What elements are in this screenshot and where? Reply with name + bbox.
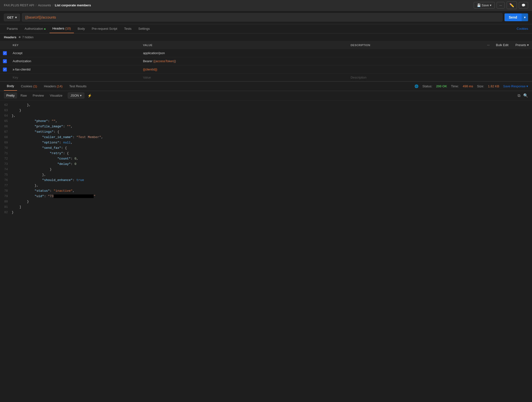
row1-desc[interactable] bbox=[348, 49, 484, 57]
empty-key[interactable]: Key bbox=[10, 73, 140, 81]
send-button-group: Send ▾ bbox=[504, 13, 528, 21]
format-json-select[interactable]: JSON ▾ bbox=[68, 92, 84, 99]
method-label: GET bbox=[7, 16, 14, 19]
response-section: Body Cookies (1) Headers (14) Test Resul… bbox=[0, 81, 532, 402]
format-preview[interactable]: Preview bbox=[30, 92, 46, 99]
row2-key[interactable]: Authorization bbox=[10, 57, 140, 65]
code-line: 72 "count": 0, bbox=[0, 156, 532, 161]
row3-value[interactable]: {{clientId}} bbox=[140, 65, 348, 74]
row3-desc[interactable] bbox=[348, 65, 484, 74]
format-raw[interactable]: Raw bbox=[18, 92, 29, 99]
format-pretty[interactable]: Pretty bbox=[4, 92, 17, 99]
code-line: 66 "profile_image": "", bbox=[0, 124, 532, 129]
search-button[interactable]: 🔍 bbox=[523, 93, 528, 98]
table-row: Accept application/json bbox=[0, 49, 532, 57]
resp-tab-test-results[interactable]: Test Results bbox=[66, 82, 89, 90]
row2-check[interactable] bbox=[0, 57, 10, 65]
tab-prerequest[interactable]: Pre-request Script bbox=[89, 24, 120, 33]
th-key: KEY bbox=[10, 41, 140, 49]
save-button[interactable]: 💾 Save ▾ bbox=[474, 2, 495, 9]
tab-headers[interactable]: Headers (10) bbox=[49, 24, 74, 33]
code-line: 70 "send_fax": { bbox=[0, 145, 532, 151]
url-input[interactable] bbox=[22, 13, 502, 21]
th-presets[interactable]: Presets ▾ bbox=[512, 41, 532, 49]
more-button[interactable]: ··· bbox=[497, 2, 505, 9]
send-button[interactable]: Send bbox=[504, 13, 522, 21]
top-bar: FAX.PLUS REST API / Accounts / List corp… bbox=[0, 0, 532, 11]
code-line: 64 }, bbox=[0, 113, 532, 119]
code-line: 74 } bbox=[0, 167, 532, 172]
headers-section: Headers 👁 7 hidden KEY VALUE DESCRIPTION… bbox=[0, 33, 532, 81]
code-line: 71 "retry": { bbox=[0, 151, 532, 156]
checkbox-accept[interactable] bbox=[3, 51, 7, 55]
row2-value[interactable]: Bearer {{accessToken}} bbox=[140, 57, 348, 65]
th-description: DESCRIPTION bbox=[348, 41, 484, 49]
breadcrumb-api: FAX.PLUS REST API bbox=[4, 3, 34, 7]
code-area[interactable]: 62 }, 63 } 64 }, 65 "phone": "", 66 bbox=[0, 100, 532, 402]
code-line: 67 "settings": { bbox=[0, 129, 532, 135]
send-dropdown-button[interactable]: ▾ bbox=[522, 13, 528, 21]
breadcrumb-current: List corporate members bbox=[55, 3, 91, 7]
eye-icon: 👁 bbox=[18, 36, 21, 39]
format-visualize[interactable]: Visualize bbox=[47, 92, 65, 99]
format-json-label: JSON bbox=[70, 94, 79, 97]
request-tabs: Params Authorization Headers (10) Body P… bbox=[0, 24, 532, 33]
top-bar-actions: 💾 Save ▾ ··· ✏️ 💬 bbox=[474, 1, 528, 9]
checkbox-auth[interactable] bbox=[3, 59, 7, 63]
breadcrumb: FAX.PLUS REST API / Accounts / List corp… bbox=[4, 3, 91, 7]
row1-check[interactable] bbox=[0, 49, 10, 57]
table-row: Authorization Bearer {{accessToken}} bbox=[0, 57, 532, 65]
save-dropdown-icon: ▾ bbox=[490, 3, 492, 7]
tab-params[interactable]: Params bbox=[4, 24, 21, 33]
tab-settings[interactable]: Settings bbox=[135, 24, 153, 33]
edit-button[interactable]: ✏️ bbox=[507, 1, 517, 9]
method-select[interactable]: GET ▾ bbox=[4, 14, 20, 21]
code-line: 73 "delay": 0 bbox=[0, 161, 532, 167]
breadcrumb-accounts: Accounts bbox=[38, 3, 51, 7]
code-line: 79 "uid": "73 " bbox=[0, 194, 532, 199]
copy-button[interactable]: ⧉ bbox=[518, 93, 520, 98]
hidden-badge: 👁 7 hidden bbox=[18, 36, 33, 39]
code-line: 76 "should_enhance": true bbox=[0, 178, 532, 183]
headers-top: Headers 👁 7 hidden bbox=[0, 33, 532, 41]
row1-value[interactable]: application/json bbox=[140, 49, 348, 57]
status-icon: 🌐 bbox=[414, 84, 418, 88]
code-line: 63 } bbox=[0, 108, 532, 113]
code-line: 81 ] bbox=[0, 204, 532, 210]
format-right-icons: ⧉ 🔍 bbox=[518, 93, 528, 98]
row3-key[interactable]: x-fax-clientid bbox=[10, 65, 140, 74]
hidden-count: 7 hidden bbox=[22, 36, 33, 39]
code-line: 62 }, bbox=[0, 102, 532, 108]
time-value: 498 ms bbox=[463, 84, 473, 88]
size-value: 1.82 KB bbox=[488, 84, 499, 88]
table-row: x-fax-clientid {{clientId}} bbox=[0, 65, 532, 74]
filter-icon[interactable]: ⚡ bbox=[86, 92, 93, 99]
row2-desc[interactable] bbox=[348, 57, 484, 65]
status-code: 200 OK bbox=[436, 84, 447, 88]
cookies-link[interactable]: Cookies bbox=[517, 27, 528, 30]
empty-row: Key Value Description bbox=[0, 73, 532, 81]
code-line: 69 "options": null, bbox=[0, 140, 532, 145]
tab-body[interactable]: Body bbox=[75, 24, 88, 33]
code-line: 80 } bbox=[0, 199, 532, 204]
tab-authorization[interactable]: Authorization bbox=[22, 24, 49, 33]
row1-key[interactable]: Accept bbox=[10, 49, 140, 57]
chat-button[interactable]: 💬 bbox=[519, 2, 528, 9]
resp-tab-cookies[interactable]: Cookies (1) bbox=[18, 82, 40, 90]
resp-tab-headers[interactable]: Headers (14) bbox=[41, 82, 65, 90]
checkbox-clientid[interactable] bbox=[3, 68, 7, 71]
status-label: Status: bbox=[422, 84, 432, 88]
format-dropdown-icon: ▾ bbox=[80, 94, 82, 97]
save-response-button[interactable]: Save Response ▾ bbox=[503, 84, 528, 88]
empty-desc[interactable]: Description bbox=[348, 73, 484, 81]
empty-value[interactable]: Value bbox=[140, 73, 348, 81]
th-bulk[interactable]: Bulk Edit bbox=[493, 41, 512, 49]
code-line: 77 }, bbox=[0, 183, 532, 188]
tab-tests[interactable]: Tests bbox=[121, 24, 134, 33]
presets-button[interactable]: Presets ▾ bbox=[515, 43, 529, 47]
response-status: 🌐 Status: 200 OK Time: 498 ms Size: 1.82… bbox=[414, 84, 528, 88]
row3-check[interactable] bbox=[0, 65, 10, 74]
bulk-edit-button[interactable]: Bulk Edit bbox=[496, 43, 508, 47]
resp-tab-body[interactable]: Body bbox=[4, 82, 17, 91]
size-label: Size: bbox=[477, 84, 484, 88]
